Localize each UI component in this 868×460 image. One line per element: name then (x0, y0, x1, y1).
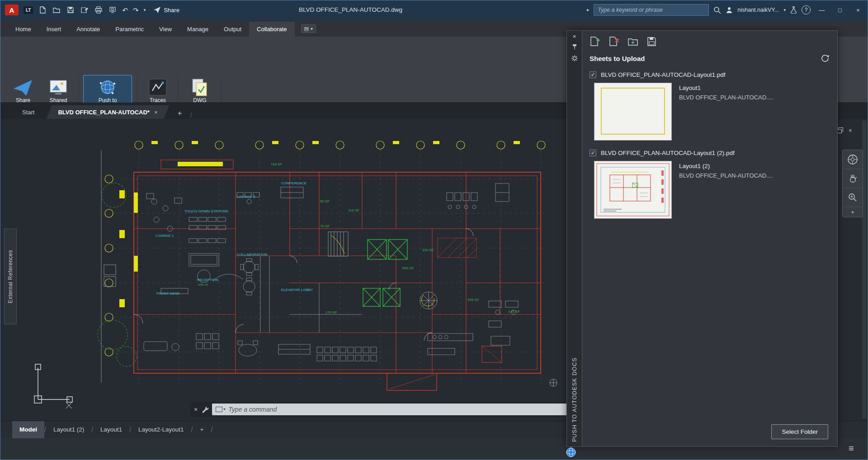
dwg-compare-icon (189, 78, 210, 97)
tab-annotate[interactable]: Annotate (69, 22, 108, 37)
zoom-icon[interactable] (843, 188, 863, 207)
search-expand-icon[interactable]: ▸ (587, 8, 589, 12)
room-label: COLLABORATION (237, 253, 268, 257)
palette-toolbar (582, 31, 837, 51)
trees (98, 183, 137, 366)
add-folder-icon[interactable] (627, 36, 639, 47)
sheet-list-item: ✓ BLVD OFFICE_PLAN-AUTOCAD-Layout1 (2).p… (582, 145, 837, 223)
tab-output[interactable]: Output (216, 22, 249, 37)
save-icon[interactable] (66, 5, 75, 14)
push-to-autodesk-docs-palette: × PUSH TO AUTODESK DOCS (566, 30, 838, 447)
save-sheet-list-icon[interactable] (646, 36, 657, 47)
flask-icon[interactable] (790, 6, 797, 14)
palette-properties-gear-icon[interactable] (571, 55, 578, 62)
room-label: RECEPTION (197, 278, 218, 282)
command-prompt-icon (216, 407, 226, 412)
remove-sheet-icon[interactable] (609, 36, 620, 47)
customize-wrench-icon[interactable] (201, 406, 208, 413)
layout-tab-model[interactable]: Model (12, 421, 44, 438)
user-dropdown-icon[interactable]: ▾ (783, 8, 786, 12)
sheet-checkbox[interactable]: ✓ (590, 71, 596, 78)
sheet-filename: BLVD OFFICE_PLAN-AUTOCAD-Layout1 (2).pdf (601, 150, 735, 156)
tab-view[interactable]: View (151, 22, 179, 37)
layout-tab-layout2-layout1[interactable]: Layout2-Layout1 (131, 421, 191, 438)
tab-home[interactable]: Home (8, 22, 39, 37)
print-preview-icon[interactable] (108, 5, 117, 14)
refresh-icon[interactable] (820, 53, 830, 63)
layout-tab-layout1-2[interactable]: Layout1 (2) (46, 421, 91, 438)
file-tab-close-icon[interactable]: × (154, 109, 158, 116)
sheets-header-row: Sheets to Upload (582, 51, 837, 67)
site-lines (101, 150, 116, 382)
room-label: TOUCH DOWN STATIONS (184, 209, 228, 213)
help-search-input[interactable] (594, 4, 709, 16)
navigation-wheel-icon[interactable] (843, 150, 863, 169)
ribbon-display-toggle[interactable]: ▤▾ (301, 24, 316, 33)
add-sheet-icon[interactable] (590, 36, 601, 47)
close-button[interactable]: × (851, 4, 865, 16)
navigation-marker (550, 379, 557, 386)
file-tab-start[interactable]: Start (10, 105, 46, 119)
qat-dropdown-icon[interactable]: ▾ (144, 8, 146, 12)
sheet-thumbnail[interactable] (594, 83, 672, 141)
share-button[interactable]: Share (153, 6, 179, 14)
grid-bubbles (105, 141, 545, 356)
drawing-restore-icon[interactable] (837, 127, 843, 133)
room-label: CONFERENCE (281, 181, 307, 185)
area-label: 145 SF (508, 310, 520, 314)
palette-close-icon[interactable]: × (573, 33, 576, 39)
autodesk-docs-status-globe-icon[interactable] (566, 447, 576, 458)
external-references-palette-tab[interactable]: External References (4, 229, 17, 324)
share-drawing-icon (13, 78, 33, 97)
undo-icon[interactable]: ↶ (122, 7, 128, 14)
help-icon[interactable]: ? (802, 5, 811, 14)
sheet-checkbox[interactable]: ✓ (590, 150, 596, 156)
maximize-button[interactable]: □ (833, 4, 847, 16)
push-to-docs-icon (97, 78, 118, 97)
select-folder-button[interactable]: Select Folder (771, 424, 828, 439)
elevator-cores (363, 239, 407, 306)
pan-hand-icon[interactable] (843, 169, 863, 188)
tab-insert[interactable]: Insert (39, 22, 69, 37)
room-label: LOUNGE 3 (237, 195, 255, 199)
minimize-button[interactable]: — (815, 4, 829, 16)
floor-plan-drawing[interactable]: LOUNGE 1 LOUNGE 3 TOUCH DOWN STATIONS CO… (25, 120, 561, 416)
tab-manage[interactable]: Manage (179, 22, 216, 37)
palette-autohide-pin-icon[interactable] (571, 44, 578, 50)
sheet-thumbnail[interactable] (594, 161, 672, 219)
title-bar: A LT ↶ ↷ ▾ Sha (0, 0, 868, 19)
tab-parametric[interactable]: Parametric (108, 22, 151, 37)
command-close-icon[interactable]: × (194, 406, 198, 413)
area-label: 70 SF (320, 224, 330, 228)
new-drawing-tab-button[interactable]: + (174, 108, 186, 119)
door-swings (134, 229, 473, 341)
search-icon[interactable] (713, 6, 721, 14)
area-label: 2650 SF (198, 283, 208, 286)
drawing-close-icon[interactable]: × (849, 127, 852, 134)
autocad-logo[interactable]: A (5, 5, 19, 15)
crosshair-cursor (66, 402, 72, 408)
new-file-icon[interactable] (38, 5, 47, 14)
save-as-icon[interactable] (80, 5, 89, 14)
file-tab-drawing[interactable]: BLVD OFFICE_PLAN-AUTOCAD* × (46, 105, 169, 119)
new-layout-button[interactable]: + (193, 421, 211, 438)
sheet-drawing-name: BLVD OFFICE_PLAN-AUTOCAD.... (679, 94, 773, 101)
window-title: BLVD OFFICE_PLAN-AUTOCAD.dwg (299, 0, 402, 19)
user-icon (726, 6, 733, 14)
plot-icon[interactable] (94, 5, 103, 14)
ucs-icon (34, 364, 72, 403)
palette-vertical-title: PUSH TO AUTODESK DOCS (571, 357, 578, 442)
customization-menu-icon[interactable]: ≡ (849, 443, 854, 454)
signed-in-user[interactable]: nishant.naikVY... (737, 7, 779, 13)
area-label: 595 SF (467, 298, 479, 302)
palette-title-strip: × PUSH TO AUTODESK DOCS (566, 30, 582, 447)
external-references-label: External References (7, 250, 14, 303)
sheet-layout-name: Layout1 (679, 84, 773, 91)
layout-tab-layout1[interactable]: Layout1 (93, 421, 129, 438)
sheet-layout-name: Layout1 (2) (679, 163, 773, 169)
navbar-more-icon[interactable]: ▾ (843, 207, 863, 217)
tab-collaborate[interactable]: Collaborate (249, 22, 295, 37)
open-folder-icon[interactable] (52, 5, 61, 14)
redo-icon[interactable]: ↷ (133, 7, 139, 14)
room-label: FRONT DESK (156, 291, 180, 296)
